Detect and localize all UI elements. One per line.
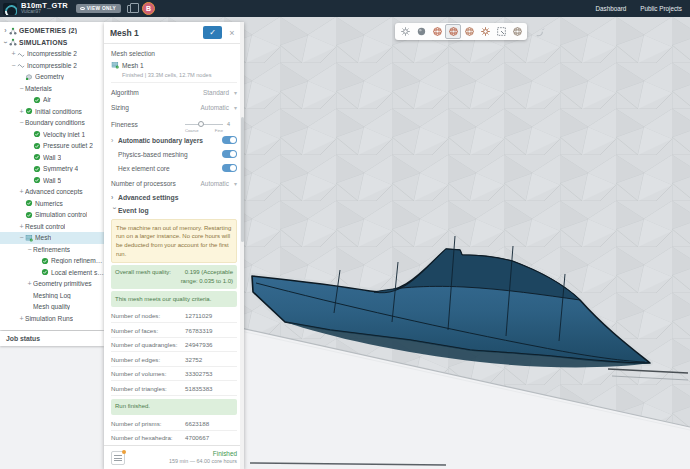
check-icon	[33, 142, 42, 150]
algorithm-select[interactable]: Standard	[203, 89, 229, 96]
tree-item-simulation-control[interactable]: Simulation control	[0, 209, 104, 221]
tree-item-air[interactable]: Air	[0, 94, 104, 106]
stat-value: 32752	[185, 356, 237, 363]
tree-item-geometries-2[interactable]: ›GEOMETRIES (2)	[0, 25, 104, 37]
job-status-bar[interactable]: Job status	[0, 331, 104, 346]
chevron-down-icon[interactable]: ▾	[234, 89, 237, 96]
surface-mesh-icon[interactable]	[429, 24, 445, 39]
panel-scrollbar[interactable]	[240, 22, 244, 469]
tree-item-simulation-runs[interactable]: +Simulation Runs	[0, 313, 104, 325]
expander-icon[interactable]: ›	[2, 27, 9, 34]
expander-icon[interactable]: −	[18, 85, 25, 92]
tree-item-mesh-quality[interactable]: Mesh quality	[0, 301, 104, 313]
tree-item-label: Simulation control	[35, 211, 87, 218]
mesh-refine-icon[interactable]	[461, 24, 477, 39]
expander-icon[interactable]: +	[10, 50, 17, 57]
scrollbar-thumb[interactable]	[241, 117, 244, 242]
tree-item-mesh[interactable]: −Mesh	[0, 232, 104, 244]
tree-item-label: Air	[43, 96, 51, 103]
sizing-row: SizingAutomatic▾	[111, 100, 237, 115]
mesh-selection-label: Mesh selection	[111, 50, 237, 57]
chevron-right-icon[interactable]: ›	[111, 137, 118, 144]
event-log-section[interactable]: › Event log	[111, 204, 237, 217]
sizing-select[interactable]: Automatic	[201, 104, 229, 111]
sizing-label: Sizing	[111, 104, 201, 111]
tree-item-advanced-concepts[interactable]: +Advanced concepts	[0, 186, 104, 198]
chevron-down-icon[interactable]: ▾	[234, 180, 237, 187]
hex-element-core-toggle[interactable]	[222, 164, 237, 172]
tree-item-incompressible-2[interactable]: −Incompressible 2	[0, 60, 104, 72]
check-icon	[33, 176, 42, 184]
mesh-item-subtitle: Finished | 33.3M cells, 12.7M nodes	[122, 72, 237, 78]
slider-min-label: Coarse	[185, 128, 199, 133]
region-select-icon[interactable]	[493, 24, 509, 39]
panel-title: Mesh 1	[110, 28, 203, 38]
log-button[interactable]	[111, 451, 125, 465]
expander-icon[interactable]: −	[18, 119, 25, 126]
tree-item-geometry-primitives[interactable]: +Geometry primitives	[0, 278, 104, 290]
fineness-slider[interactable]: Coarse Fine 4	[185, 120, 237, 128]
graph-icon	[9, 27, 18, 35]
close-icon[interactable]: ×	[226, 28, 238, 38]
stat-row-number-of-volumes: Number of volumes:33302753	[111, 367, 237, 382]
tree-item-incompressible-2[interactable]: +Incompressible 2	[0, 48, 104, 60]
app-logo-icon[interactable]	[3, 3, 17, 15]
mesh-clip-icon[interactable]	[509, 24, 525, 39]
apply-button[interactable]: ✓	[203, 26, 222, 39]
expander-icon[interactable]: +	[18, 223, 25, 230]
chevron-down-icon[interactable]: ▾	[234, 104, 237, 111]
check-icon	[33, 165, 42, 173]
expander-icon[interactable]: ›	[2, 39, 9, 46]
viewer-toolbar-group	[395, 23, 527, 40]
sphere-view-icon[interactable]	[413, 24, 429, 39]
settings-icon[interactable]	[397, 24, 413, 39]
advanced-settings-section[interactable]: › Advanced settings	[111, 191, 237, 204]
tree-item-wall-3[interactable]: Wall 3	[0, 152, 104, 164]
tree-item-meshing-log[interactable]: Meshing Log	[0, 290, 104, 302]
expander-icon[interactable]: +	[18, 108, 25, 115]
mesh-quality-icon[interactable]	[477, 24, 493, 39]
stat-label: Number of hexahedra:	[111, 434, 185, 441]
expander-icon[interactable]: −	[10, 62, 17, 69]
expander-icon[interactable]: −	[26, 246, 33, 253]
nav-public-projects[interactable]: Public Projects	[640, 5, 682, 12]
tree-item-label: Simulation Runs	[25, 315, 73, 322]
volume-mesh-icon[interactable]	[445, 24, 461, 39]
tree-item-velocity-inlet-1[interactable]: Velocity inlet 1	[0, 129, 104, 141]
tree-item-refinements[interactable]: −Refinements	[0, 244, 104, 256]
expander-icon[interactable]: −	[18, 234, 25, 241]
nav-dashboard[interactable]: Dashboard	[596, 5, 627, 12]
tree-item-boundary-conditions[interactable]: −Boundary conditions	[0, 117, 104, 129]
processors-value[interactable]: Automatic	[201, 180, 229, 187]
tree-item-symmetry-4[interactable]: Symmetry 4	[0, 163, 104, 175]
stat-row-number-of-triangles: Number of triangles:51835383	[111, 381, 237, 396]
probe-icon[interactable]	[531, 25, 547, 40]
slider-track[interactable]: Coarse Fine	[185, 120, 223, 128]
automatic-boundary-layers-toggle[interactable]	[222, 136, 237, 144]
tree-item-initial-conditions[interactable]: +Initial conditions	[0, 106, 104, 118]
slider-knob[interactable]	[198, 121, 204, 127]
expander-icon[interactable]: +	[18, 188, 25, 195]
stat-value: 6623188	[185, 420, 237, 427]
tree-item-numerics[interactable]: Numerics	[0, 198, 104, 210]
tree-item-result-control[interactable]: +Result control	[0, 221, 104, 233]
fineness-row: Fineness Coarse Fine 4	[111, 115, 237, 133]
tree-item-geometry[interactable]: Geometry	[0, 71, 104, 83]
geo-icon	[25, 73, 34, 81]
tree-item-simulations[interactable]: ›SIMULATIONS	[0, 37, 104, 49]
tree-item-region-refineme[interactable]: Region refineme...	[0, 255, 104, 267]
expander-icon[interactable]: +	[26, 280, 33, 287]
copy-project-icon[interactable]	[127, 5, 134, 13]
slider-max-label: Fine	[215, 128, 223, 133]
mesh-selection-item[interactable]: Mesh 1 Finished | 33.3M cells, 12.7M nod…	[111, 60, 237, 83]
tree-item-label: Local element si...	[51, 269, 104, 276]
tree-item-local-element-si[interactable]: Local element si...	[0, 267, 104, 279]
user-avatar[interactable]: B	[142, 2, 155, 15]
tree-item-materials[interactable]: −Materials	[0, 83, 104, 95]
tree-item-pressure-outlet-2[interactable]: Pressure outlet 2	[0, 140, 104, 152]
physics-based-meshing-toggle[interactable]	[222, 150, 237, 158]
tree-item-wall-5[interactable]: Wall 5	[0, 175, 104, 187]
toggle-rows: ›Automatic boundary layersPhysics-based …	[111, 133, 237, 175]
stat-label: Number of triangles:	[111, 385, 185, 392]
expander-icon[interactable]: +	[18, 315, 25, 322]
